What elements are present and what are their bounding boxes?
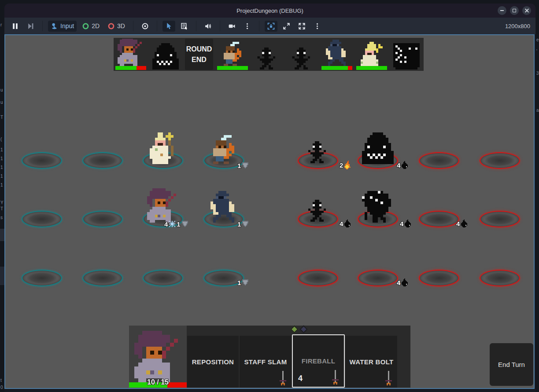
unit-imp-sprite[interactable] <box>308 141 328 163</box>
suspend-button[interactable] <box>9 21 22 32</box>
ally-slot-ring[interactable] <box>22 270 62 286</box>
active-unit-hp-text: 10 / 15 <box>129 378 187 386</box>
turn-order-portrait <box>356 39 387 70</box>
unit-cleric-sprite[interactable] <box>147 132 179 164</box>
mode-2d-button[interactable]: 2D <box>79 21 102 32</box>
unit-shadow-sprite[interactable] <box>362 191 394 223</box>
unit-archer-sprite[interactable] <box>208 135 240 164</box>
embed-game-button[interactable] <box>265 21 277 32</box>
maximize-button[interactable] <box>510 6 519 15</box>
ability-button-fireball[interactable]: FIREBALL4 <box>292 334 345 388</box>
end-turn-button[interactable]: End Turn <box>490 343 533 386</box>
enemy-slot-ring[interactable] <box>419 152 459 169</box>
enemy-slot-ring[interactable] <box>480 270 520 286</box>
mute-audio-button[interactable] <box>202 21 214 32</box>
unit-rogue-sprite[interactable] <box>208 191 240 223</box>
camera-menu-button[interactable] <box>241 21 254 32</box>
status-effects: 4 <box>456 219 467 228</box>
ability-button-staff-slam[interactable]: STAFF SLAM <box>240 336 292 388</box>
fullscreen-button[interactable] <box>295 21 308 32</box>
turn-portrait-cleric2-sprite <box>358 42 385 66</box>
ability-button-water-bolt[interactable]: WATER BOLT <box>346 336 397 388</box>
status-effects: 4 <box>400 219 411 228</box>
node-list-icon <box>181 22 188 30</box>
enemy-slot-ring[interactable] <box>419 211 459 227</box>
turn-portrait-hp-bar <box>217 66 248 70</box>
input-mode-button[interactable]: Input <box>48 21 77 32</box>
editor-backdrop-text: s <box>0 216 3 220</box>
round-end-label: END <box>192 55 207 65</box>
ally-slot-ring[interactable] <box>82 270 123 286</box>
status-effects: 41 <box>164 220 188 228</box>
close-icon <box>522 6 531 15</box>
joystick-icon <box>51 22 58 30</box>
droplet-icon <box>405 220 411 227</box>
shield-icon <box>182 221 188 227</box>
ally-slot-ring[interactable] <box>22 211 62 227</box>
step-frame-icon <box>27 22 34 30</box>
window-title: ProjectDungeon (DEBUG) <box>4 4 535 18</box>
ally-slot-ring[interactable] <box>143 270 183 286</box>
camera-override-button[interactable] <box>225 21 238 32</box>
debug-options-button[interactable] <box>139 21 151 32</box>
status-effects: 1 <box>237 278 248 287</box>
editor-backdrop-text: ( <box>0 137 2 142</box>
enemy-slot-ring[interactable] <box>419 270 459 286</box>
input-mode-label: Input <box>60 22 74 29</box>
embed-menu-button[interactable] <box>311 21 324 32</box>
ally-slot-ring[interactable] <box>22 152 62 169</box>
editor-backdrop-text: u <box>0 100 3 105</box>
turn-order-portrait <box>321 39 352 70</box>
game-viewport: ROUNDEND 10 / 15 REPOSITIONSTAFF SLAMFIR… <box>4 34 535 389</box>
droplet-icon <box>461 220 467 227</box>
ally-slot-ring[interactable] <box>82 152 123 169</box>
unit-mage-sprite[interactable] <box>147 188 179 223</box>
enemy-slot-ring[interactable] <box>358 270 398 286</box>
node-picking-button[interactable] <box>178 21 191 32</box>
toolbar-separator <box>196 21 196 31</box>
green-diamond-indicator <box>290 325 298 333</box>
minimize-button[interactable] <box>498 6 506 15</box>
close-button[interactable] <box>522 6 531 15</box>
sword-icon <box>331 370 340 385</box>
speaker-icon <box>204 22 212 30</box>
ability-button-reposition[interactable]: REPOSITION <box>187 336 239 388</box>
round-end-label: ROUND <box>186 44 212 55</box>
turn-order-portrait <box>287 39 317 70</box>
turn-portrait-rogue-sprite <box>324 40 350 66</box>
status-stack-count: 1 <box>237 220 241 228</box>
cursor-icon <box>165 22 173 30</box>
turn-order-portrait <box>391 39 422 70</box>
toolbar-separator <box>133 21 133 31</box>
shield-icon <box>242 221 248 227</box>
enemy-slot-ring[interactable] <box>480 152 520 169</box>
fullscreen-icon <box>298 22 306 30</box>
flame-icon <box>344 161 351 169</box>
snowflake-icon <box>169 221 175 227</box>
select-tool-button[interactable] <box>162 21 175 32</box>
turn-portrait-shadow2-sprite <box>393 43 420 70</box>
enemy-slot-ring[interactable] <box>480 211 520 227</box>
enemy-slot-ring[interactable] <box>298 270 338 286</box>
navy-diamond-indicator <box>299 325 307 333</box>
unit-blob-sprite[interactable] <box>362 132 394 164</box>
status-effects: 2 <box>340 161 351 169</box>
next-frame-button[interactable] <box>24 21 37 32</box>
ability-label: FIREBALL <box>302 357 336 365</box>
unit-imp-sprite[interactable] <box>308 200 328 222</box>
keep-aspect-button[interactable] <box>280 21 293 32</box>
expand-diagonal-icon <box>283 22 290 30</box>
droplet-icon <box>402 161 408 169</box>
turn-portrait-blob-sprite <box>152 43 179 70</box>
mode-3d-button[interactable]: 3D <box>105 21 128 32</box>
maximize-icon <box>510 6 519 15</box>
ability-label: STAFF SLAM <box>244 358 287 366</box>
turn-portrait-imp-sprite <box>258 48 277 70</box>
droplet-icon <box>344 220 351 227</box>
editor-backdrop-text: 1 <box>0 148 3 152</box>
ally-slot-ring[interactable] <box>82 211 123 227</box>
end-turn-label: End Turn <box>498 361 525 368</box>
title-bar[interactable]: ProjectDungeon (DEBUG) <box>4 4 535 18</box>
editor-backdrop-text: ' <box>536 49 537 54</box>
status-effects: 4 <box>397 161 408 169</box>
